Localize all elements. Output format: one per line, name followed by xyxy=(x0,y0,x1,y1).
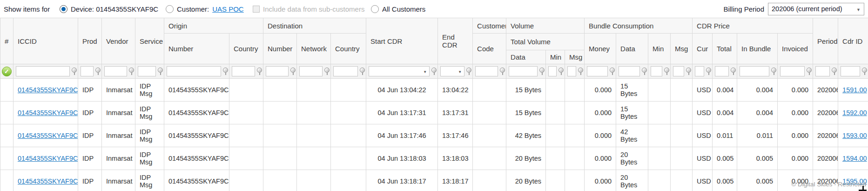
col-header-customer-code[interactable]: Code xyxy=(473,34,506,64)
col-header-origin-country[interactable]: Country xyxy=(229,34,263,64)
col-header-period[interactable]: Period xyxy=(813,18,838,64)
cdr-id-link[interactable]: 1593.00 xyxy=(842,132,867,139)
filter-pin-icon[interactable] xyxy=(500,67,505,75)
col-header-dest-country[interactable]: Country xyxy=(331,34,366,64)
filter-pin-icon[interactable] xyxy=(223,67,228,75)
col-header-price-invoiced[interactable]: Invoiced xyxy=(778,34,813,64)
subcustomers-checkbox[interactable] xyxy=(253,6,260,13)
col-header-vol-data[interactable]: Data xyxy=(506,50,546,64)
filter-pin-icon[interactable] xyxy=(324,67,330,75)
cdr-table: # ICCID Prod Vendor Service Origin Desti… xyxy=(0,18,868,191)
iccid-link[interactable]: 01454355SKYAF9C xyxy=(18,86,78,94)
col-header-origin-number[interactable]: Number xyxy=(164,34,229,64)
col-header-dest-network[interactable]: Network xyxy=(297,34,331,64)
filter-pin-icon[interactable] xyxy=(95,67,101,75)
filter-pin-icon[interactable] xyxy=(257,67,262,75)
all-customers-radio[interactable] xyxy=(371,5,379,13)
filter-pin-icon[interactable] xyxy=(610,67,615,75)
customer-radio[interactable] xyxy=(166,5,174,13)
filter-pin-icon[interactable] xyxy=(558,67,564,75)
filter-input-vendor[interactable] xyxy=(104,66,127,76)
filter-pin-icon[interactable] xyxy=(832,67,837,75)
filter-input-price-total[interactable] xyxy=(715,66,729,76)
filter-input-dest-network[interactable] xyxy=(299,66,323,76)
cell-start-cdr: 04 Jun 13:17:31 xyxy=(366,102,438,124)
filter-input-origin-number[interactable] xyxy=(167,66,221,76)
filter-input-cdr-id[interactable] xyxy=(841,66,860,76)
col-header-price-total[interactable]: Total xyxy=(713,34,737,64)
filter-input-origin-country[interactable] xyxy=(232,66,255,76)
iccid-link[interactable]: 01454355SKYAF9C xyxy=(18,155,78,162)
cell-iccid: 01454355SKYAF9C xyxy=(13,102,78,124)
filter-pin-icon[interactable] xyxy=(158,67,163,75)
filter-pin-icon[interactable] xyxy=(664,67,669,75)
filter-enabled-check-icon[interactable]: ✓ xyxy=(2,67,12,76)
filter-pin-icon[interactable] xyxy=(771,67,776,75)
cdr-id-link[interactable]: 1591.00 xyxy=(842,86,867,94)
filter-combo-end-cdr[interactable]: ▼ xyxy=(440,66,464,76)
cdr-id-link[interactable]: 1595.00 xyxy=(842,177,867,185)
col-header-prod[interactable]: Prod xyxy=(78,18,102,64)
filter-input-bc-min[interactable] xyxy=(651,66,662,76)
col-header-bc-msg[interactable]: Msg xyxy=(671,34,693,64)
filter-pin-icon[interactable] xyxy=(686,67,691,75)
filter-pin-icon[interactable] xyxy=(731,67,736,75)
col-header-num[interactable]: # xyxy=(0,18,13,64)
filter-pin-icon[interactable] xyxy=(578,67,583,75)
cdr-id-link[interactable]: 1594.00 xyxy=(842,155,867,162)
filter-input-iccid[interactable] xyxy=(16,66,70,76)
filter-pin-icon[interactable] xyxy=(466,67,471,75)
col-header-end-cdr[interactable]: End CDR xyxy=(438,18,473,64)
filter-input-vol-data[interactable] xyxy=(509,66,538,76)
filter-pin-icon[interactable] xyxy=(431,67,437,75)
filter-input-price-in-bundle[interactable] xyxy=(740,66,769,76)
col-header-price-cur[interactable]: Cur xyxy=(693,34,713,64)
filter-pin-icon[interactable] xyxy=(539,67,545,75)
filter-input-vol-min[interactable] xyxy=(548,66,557,76)
filter-input-bc-msg[interactable] xyxy=(673,66,684,76)
col-header-vendor[interactable]: Vendor xyxy=(102,18,135,64)
col-header-bc-money[interactable]: Money xyxy=(585,34,616,64)
filter-pin-icon[interactable] xyxy=(360,67,365,75)
iccid-link[interactable]: 01454355SKYAF9C xyxy=(18,109,78,116)
filter-input-bc-money[interactable] xyxy=(587,66,608,76)
col-header-service[interactable]: Service xyxy=(135,18,164,64)
filter-input-vol-msg[interactable] xyxy=(567,66,576,76)
col-header-vol-min[interactable]: Min xyxy=(546,50,565,64)
filter-input-customer-code[interactable] xyxy=(475,66,498,76)
filter-pin-icon[interactable] xyxy=(862,67,867,75)
col-header-iccid[interactable]: ICCID xyxy=(13,18,78,64)
filter-pin-icon[interactable] xyxy=(642,67,647,75)
col-header-start-cdr[interactable]: Start CDR xyxy=(366,18,438,64)
filter-pin-icon[interactable] xyxy=(706,67,711,75)
filter-combo-start-cdr[interactable]: ▼ xyxy=(369,66,430,76)
iccid-link[interactable]: 01454355SKYAF9C xyxy=(18,132,78,139)
cell-start-cdr: 04 Jun 13:18:03 xyxy=(366,147,438,170)
iccid-link[interactable]: 01454355SKYAF9C xyxy=(18,177,78,185)
col-header-price-in-bundle[interactable]: In Bundle xyxy=(737,34,778,64)
filter-input-service[interactable] xyxy=(138,66,156,76)
filter-input-dest-number[interactable] xyxy=(266,66,289,76)
filter-input-prod[interactable] xyxy=(81,66,94,76)
customer-link[interactable]: UAS POC xyxy=(212,5,244,13)
filter-pin-icon[interactable] xyxy=(807,67,812,75)
filter-pin-icon[interactable] xyxy=(129,67,134,75)
filter-pin-icon[interactable] xyxy=(72,67,77,75)
filter-input-dest-country[interactable] xyxy=(333,66,358,76)
col-header-bc-min[interactable]: Min xyxy=(648,34,671,64)
device-radio-group[interactable]: Device: 01454355SKYAF9C xyxy=(60,0,158,18)
filter-input-price-invoiced[interactable] xyxy=(780,66,805,76)
billing-period-select[interactable]: 202006 (current period) ▼ xyxy=(768,3,864,15)
cdr-id-link[interactable]: 1592.00 xyxy=(842,109,867,116)
col-header-vol-msg[interactable]: Msg xyxy=(565,50,585,64)
filter-input-price-cur[interactable] xyxy=(695,66,704,76)
col-header-bc-data[interactable]: Data xyxy=(616,34,648,64)
col-header-dest-number[interactable]: Number xyxy=(263,34,297,64)
all-customers-radio-group[interactable]: All Customers xyxy=(371,0,425,18)
customer-radio-group[interactable]: Customer: UAS POC xyxy=(166,0,244,18)
filter-input-bc-data[interactable] xyxy=(619,66,640,76)
device-radio[interactable] xyxy=(60,5,67,13)
col-header-cdr-id[interactable]: Cdr ID xyxy=(838,18,868,64)
filter-input-period[interactable] xyxy=(815,66,830,76)
filter-pin-icon[interactable] xyxy=(290,67,296,75)
